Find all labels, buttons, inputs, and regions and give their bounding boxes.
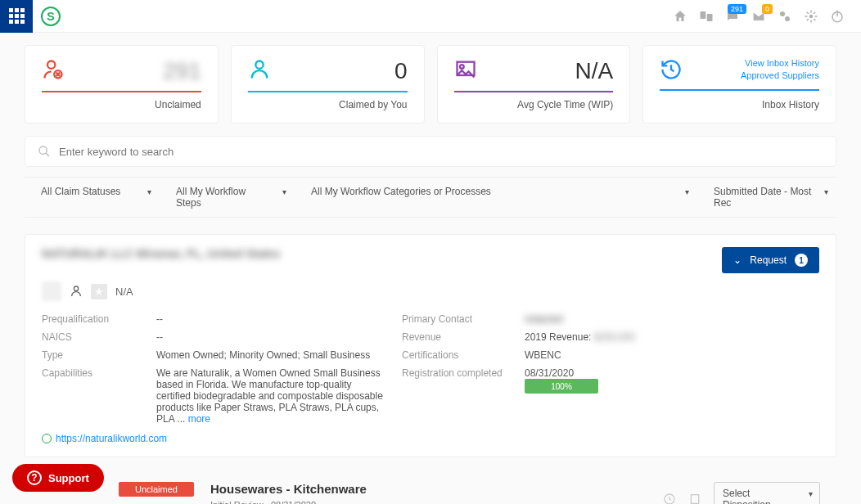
label-certifications: Certifications: [402, 349, 508, 361]
svg-point-7: [47, 61, 55, 69]
cycle-title: Avg Cycle Time (WIP): [454, 99, 614, 110]
envelope-icon[interactable]: 0: [751, 9, 766, 24]
value-primary-contact: redacted: [525, 313, 819, 325]
value-type: Women Owned; Minority Owned; Small Busin…: [156, 349, 385, 361]
label-prequalification: Prequalification: [42, 313, 140, 325]
supplier-website-link[interactable]: https://naturalikworld.com: [42, 433, 819, 444]
home-icon[interactable]: [673, 9, 687, 24]
label-registration: Registration completed: [402, 367, 508, 425]
chevron-down-icon: ▾: [147, 187, 151, 196]
svg-point-14: [74, 286, 78, 290]
workflow-subtitle: Initial Review , 08/31/2020: [210, 500, 647, 504]
claimed-value: 0: [394, 58, 408, 84]
workflow-row: Unclaimed Housewares - Kitchenware Initi…: [25, 470, 836, 504]
search-icon: [38, 145, 51, 158]
svg-rect-16: [691, 495, 698, 504]
svg-point-12: [39, 146, 47, 154]
svg-point-9: [255, 61, 263, 69]
chevron-down-icon: ▾: [809, 489, 813, 498]
filter-workflow-steps[interactable]: All My Workflow Steps▾: [160, 178, 295, 217]
card-history: View Inbox History Approved Suppliers In…: [642, 45, 836, 124]
more-link[interactable]: more: [188, 413, 210, 425]
progress-bar: 100%: [525, 379, 598, 394]
value-prequalification: --: [156, 313, 385, 325]
supplier-name: NATURALIK LLC Miramar, FL, United States: [42, 247, 280, 260]
label-primary-contact: Primary Contact: [402, 313, 508, 325]
person-x-icon: [42, 58, 65, 81]
value-revenue: 2019 Revenue: $250,000: [525, 331, 819, 343]
approved-suppliers-link[interactable]: Approved Suppliers: [741, 70, 819, 80]
claimed-title: Claimed by You: [248, 99, 408, 110]
history-icon: [660, 58, 683, 81]
app-grid-icon: [9, 8, 25, 24]
card-cycle[interactable]: N/A Avg Cycle Time (WIP): [437, 45, 631, 124]
envelope-badge: 0: [762, 4, 773, 14]
app-grid-button[interactable]: [0, 0, 33, 33]
svg-point-2: [780, 11, 785, 16]
svg-point-4: [809, 14, 814, 18]
svg-point-3: [785, 16, 790, 21]
supplier-logo: [42, 281, 61, 301]
person-icon: [248, 58, 271, 81]
cycle-value: N/A: [575, 58, 614, 84]
request-count: 1: [795, 254, 808, 267]
logo-icon: S: [41, 7, 61, 26]
svg-rect-1: [707, 14, 713, 21]
card-unclaimed[interactable]: 291 Unclaimed: [25, 45, 219, 124]
rating-value: N/A: [115, 286, 133, 298]
label-revenue: Revenue: [402, 331, 508, 343]
messages-badge: 291: [728, 4, 746, 14]
question-icon: ?: [27, 470, 42, 485]
claim-status-badge: Unclaimed: [119, 482, 194, 497]
search-input[interactable]: [59, 146, 823, 158]
filter-claim-status[interactable]: All Claim Statuses▾: [25, 178, 160, 217]
chevron-down-icon: ⌄: [733, 254, 742, 266]
label-naics: NAICS: [42, 331, 140, 343]
filter-sort[interactable]: Submitted Date - Most Rec▾: [697, 178, 836, 217]
svg-point-11: [460, 65, 464, 69]
unclaimed-title: Unclaimed: [42, 99, 201, 110]
view-inbox-history-link[interactable]: View Inbox History: [745, 58, 819, 68]
search-bar[interactable]: [25, 136, 836, 167]
chevron-down-icon: ▾: [685, 187, 689, 196]
supplier-card-1: NATURALIK LLC Miramar, FL, United States…: [25, 234, 836, 457]
filter-categories[interactable]: All My Workflow Categories or Processes▾: [295, 178, 697, 217]
value-naics: --: [156, 331, 385, 343]
label-type: Type: [42, 349, 140, 361]
globe-icon: [42, 434, 52, 443]
translate-icon[interactable]: [699, 9, 714, 24]
chevron-down-icon: ▾: [282, 187, 286, 196]
value-registration: 08/31/2020 100%: [525, 367, 819, 425]
messages-icon[interactable]: 291: [725, 9, 740, 24]
clock-icon[interactable]: [663, 493, 676, 504]
gear-icon[interactable]: [804, 9, 818, 24]
note-icon[interactable]: [688, 493, 701, 504]
card-claimed[interactable]: 0 Claimed by You: [231, 45, 425, 124]
support-button[interactable]: ? Support: [12, 464, 104, 492]
workflow-title: Housewares - Kitchenware: [210, 482, 647, 496]
power-icon[interactable]: [830, 9, 845, 24]
chevron-down-icon: ▾: [824, 187, 828, 196]
person-icon: [70, 285, 83, 298]
label-capabilities: Capabilities: [42, 367, 140, 425]
svg-line-13: [46, 153, 49, 156]
value-capabilities: We are Naturalik, a Women Owned Small Bu…: [156, 367, 385, 425]
value-certifications: WBENC: [525, 349, 819, 361]
star-icon: ★: [91, 284, 107, 299]
history-title: Inbox History: [660, 99, 819, 110]
unclaimed-value: 291: [163, 58, 201, 84]
settings-gears-icon[interactable]: [778, 9, 792, 24]
disposition-select[interactable]: Select Disposition▾: [714, 482, 820, 504]
image-icon: [454, 58, 477, 81]
svg-rect-0: [701, 11, 706, 19]
request-button[interactable]: ⌄ Request 1: [722, 247, 819, 273]
